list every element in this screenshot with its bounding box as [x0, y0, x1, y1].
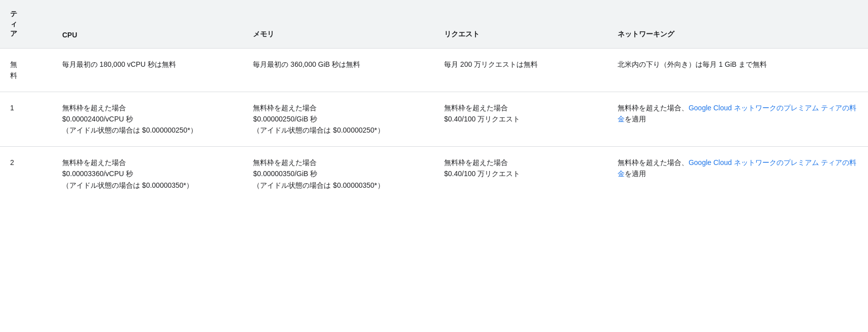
memory-free: 毎月最初の 360,000 GiB 秒は無料: [243, 48, 434, 92]
table-header-row: テ ィ ア CPU メモリ リクエスト ネットワーキング: [0, 0, 868, 48]
table-row-free: 無 料 毎月最初の 180,000 vCPU 秒は無料 毎月最初の 360,00…: [0, 48, 868, 92]
cpu-tier2: 無料枠を超えた場合 $0.00003360/vCPU 秒 （アイドル状態の場合は…: [52, 146, 243, 201]
pricing-table-container: テ ィ ア CPU メモリ リクエスト ネットワーキング 無 料 毎月最初の 1…: [0, 0, 868, 201]
networking-free: 北米内の下り（外向き）は毎月 1 GiB まで無料: [607, 48, 868, 92]
cpu-tier1: 無料枠を超えた場合 $0.00002400/vCPU 秒 （アイドル状態の場合は…: [52, 92, 243, 146]
table-row-tier1: 1 無料枠を超えた場合 $0.00002400/vCPU 秒 （アイドル状態の場…: [0, 92, 868, 146]
tier-free: 無 料: [0, 48, 52, 92]
requests-free: 毎月 200 万リクエストは無料: [434, 48, 607, 92]
table-row-tier2: 2 無料枠を超えた場合 $0.00003360/vCPU 秒 （アイドル状態の場…: [0, 146, 868, 201]
requests-tier2: 無料枠を超えた場合 $0.40/100 万リクエスト: [434, 146, 607, 201]
tier-2: 2: [0, 146, 52, 201]
cpu-free: 毎月最初の 180,000 vCPU 秒は無料: [52, 48, 243, 92]
header-requests: リクエスト: [434, 0, 607, 48]
pricing-table: テ ィ ア CPU メモリ リクエスト ネットワーキング 無 料 毎月最初の 1…: [0, 0, 868, 201]
tier-1: 1: [0, 92, 52, 146]
header-tier: テ ィ ア: [0, 0, 52, 48]
networking-tier1: 無料枠を超えた場合、Google Cloud ネットワークのプレミアム ティアの…: [607, 92, 868, 146]
memory-tier2: 無料枠を超えた場合 $0.00000350/GiB 秒 （アイドル状態の場合は …: [243, 146, 434, 201]
memory-tier1: 無料枠を超えた場合 $0.00000250/GiB 秒 （アイドル状態の場合は …: [243, 92, 434, 146]
header-cpu: CPU: [52, 0, 243, 48]
header-memory: メモリ: [243, 0, 434, 48]
requests-tier1: 無料枠を超えた場合 $0.40/100 万リクエスト: [434, 92, 607, 146]
networking-tier2: 無料枠を超えた場合、Google Cloud ネットワークのプレミアム ティアの…: [607, 146, 868, 201]
header-networking: ネットワーキング: [607, 0, 868, 48]
